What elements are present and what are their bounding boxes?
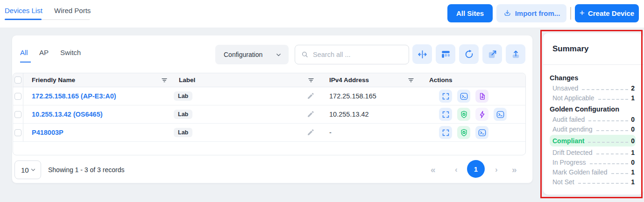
dotted-leader — [578, 183, 629, 184]
row-checkbox[interactable] — [14, 129, 21, 136]
import-from-label: Import from... — [515, 9, 560, 17]
create-device-label: Create Device — [588, 9, 634, 17]
table-columns-button[interactable] — [436, 44, 455, 64]
tab-all[interactable]: All — [20, 49, 28, 56]
table-row: 10.255.13.42 (OS6465) Lab 10.255.13.42 — [13, 105, 525, 124]
table-row: P418003P Lab - — [13, 124, 525, 142]
upload-button[interactable] — [506, 44, 525, 64]
prev-page-button[interactable]: ‹ — [455, 166, 458, 174]
summary-row-audit-pending[interactable]: Audit pending 0 — [550, 124, 636, 134]
row-actions — [439, 90, 488, 103]
summary-row-label: Compliant — [552, 137, 584, 145]
page-size-value: 10 — [21, 166, 29, 174]
summary-row-value: 0 — [631, 125, 635, 133]
page-size-select[interactable]: 10 — [14, 160, 41, 179]
chevron-down-icon — [30, 167, 36, 173]
all-sites-button[interactable]: All Sites — [447, 4, 493, 22]
shield-check-icon[interactable] — [457, 108, 470, 121]
terminal-icon[interactable] — [494, 108, 507, 121]
terminal-icon[interactable] — [457, 90, 470, 103]
tab-wired-ports[interactable]: Wired Ports — [54, 7, 91, 14]
dotted-leader — [596, 130, 629, 131]
row-checkbox[interactable] — [14, 111, 21, 118]
devices-table: Friendly Name Label IPv4 Address Actions… — [13, 73, 526, 155]
edit-label-icon[interactable] — [306, 128, 315, 137]
summary-row-audit-failed[interactable]: Audit failed 0 — [550, 114, 636, 124]
first-page-button[interactable]: « — [431, 165, 436, 174]
summary-row-unsaved[interactable]: Unsaved 2 — [550, 83, 636, 93]
edit-label-icon[interactable] — [306, 110, 315, 118]
row-checkbox-cell — [13, 105, 23, 123]
summary-body: Changes Unsaved 2 Not Applicable 1 Golde… — [550, 71, 636, 187]
device-link[interactable]: P418003P — [32, 129, 64, 136]
terminal-icon[interactable] — [475, 126, 488, 139]
summary-row-value: 1 — [631, 178, 635, 186]
divider — [543, 64, 644, 65]
summary-row-value: 0 — [631, 116, 635, 123]
search-icon — [301, 50, 309, 59]
tab-switch[interactable]: Switch — [60, 49, 81, 56]
dotted-leader — [588, 120, 628, 121]
configuration-dropdown-value: Configuration — [224, 51, 262, 58]
summary-row-value: 1 — [631, 149, 635, 156]
summary-row-value: 0 — [631, 137, 635, 145]
label-badge: Lab — [174, 110, 192, 119]
dotted-leader — [611, 173, 629, 174]
lightning-icon[interactable] — [475, 108, 488, 121]
summary-row-compliant[interactable]: Compliant 0 — [550, 135, 636, 146]
tab-devices-list[interactable]: Devices List — [5, 7, 42, 14]
summary-row-label: Not Set — [552, 178, 574, 186]
device-link[interactable]: 172.25.158.165 (AP-E3:A0) — [32, 92, 116, 100]
import-from-button[interactable]: Import from... — [496, 4, 566, 22]
dotted-leader — [582, 89, 628, 90]
label-badge: Lab — [174, 128, 192, 137]
expand-icon[interactable] — [439, 108, 452, 121]
devices-card: All AP Switch Configuration — [12, 35, 533, 183]
dotted-leader — [590, 163, 629, 164]
row-checkbox-cell — [13, 124, 23, 141]
configuration-dropdown[interactable]: Configuration — [215, 45, 289, 64]
top-bar: Devices List Wired Ports All Sites Impor… — [0, 0, 644, 28]
current-page-button[interactable]: 1 — [467, 160, 485, 178]
filter-icon[interactable] — [307, 77, 315, 84]
tab-ap[interactable]: AP — [39, 49, 49, 56]
summary-row-label: Audit failed — [552, 116, 585, 123]
chevron-down-icon — [275, 51, 282, 58]
select-all-checkbox[interactable] — [14, 77, 21, 84]
expand-icon[interactable] — [439, 90, 452, 103]
column-resize-button[interactable] — [412, 44, 432, 64]
header-divider — [570, 7, 571, 20]
dotted-leader — [596, 153, 629, 154]
search-input[interactable] — [313, 51, 404, 58]
next-page-button[interactable]: › — [495, 166, 498, 174]
records-count-text: Showing 1 - 3 of 3 records — [48, 166, 124, 174]
edit-label-icon[interactable] — [306, 92, 315, 100]
refresh-button[interactable] — [459, 44, 479, 64]
summary-row-mark-golden-failed[interactable]: Mark Golden failed 1 — [550, 167, 636, 177]
summary-row-in-progress[interactable]: In Progress 0 — [550, 157, 636, 167]
filter-icon[interactable] — [407, 77, 415, 84]
create-device-button[interactable]: + Create Device — [575, 4, 639, 22]
shield-check-icon[interactable] — [457, 126, 470, 139]
table-header: Friendly Name Label IPv4 Address Actions — [13, 73, 525, 87]
summary-row-value: 0 — [631, 159, 635, 166]
filter-icon[interactable] — [161, 77, 168, 84]
summary-row-label: Audit pending — [552, 125, 593, 133]
summary-row-not-applicable[interactable]: Not Applicable 1 — [550, 93, 636, 103]
plus-icon: + — [580, 8, 585, 17]
summary-row-label: Mark Golden failed — [552, 168, 608, 176]
label-badge: Lab — [174, 91, 192, 101]
ipv4-value: 10.255.13.42 — [329, 111, 369, 118]
file-export-icon[interactable] — [475, 90, 488, 103]
expand-icon[interactable] — [439, 126, 452, 139]
row-checkbox[interactable] — [14, 93, 21, 100]
col-label: Label — [179, 77, 195, 84]
open-external-button[interactable] — [482, 44, 502, 64]
summary-row-not-set[interactable]: Not Set 1 — [550, 177, 636, 187]
ipv4-value: - — [329, 129, 332, 136]
summary-row-label: In Progress — [552, 159, 586, 166]
device-link[interactable]: 10.255.13.42 (OS6465) — [32, 111, 103, 118]
summary-row-drift-detected[interactable]: Drift Detected 1 — [550, 147, 636, 157]
last-page-button[interactable]: » — [512, 165, 517, 174]
dotted-leader — [598, 99, 629, 100]
